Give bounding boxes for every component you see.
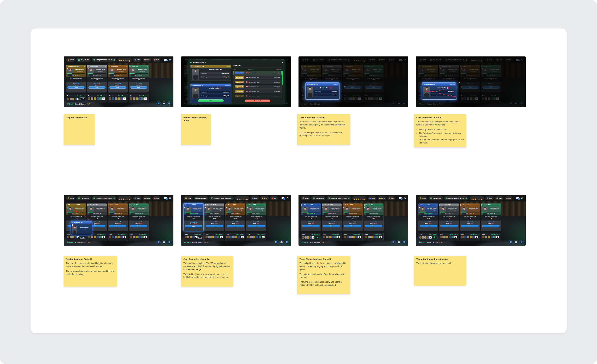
arrow-icon[interactable]: → — [104, 66, 106, 67]
tokens-pill[interactable]: 9,988 — [418, 58, 427, 62]
train-button[interactable]: Train — [227, 225, 244, 227]
check-team-link[interactable]: Check Team → — [353, 234, 361, 235]
wallet-gold-pill[interactable]: $225 — [143, 196, 151, 200]
check-team-link[interactable]: Check Team → — [332, 234, 340, 235]
team-slot-chip[interactable] — [440, 236, 443, 238]
team-slot-chip[interactable] — [185, 236, 187, 238]
team-slot-chip[interactable] — [467, 97, 469, 100]
team-slot-chip[interactable] — [365, 236, 367, 238]
team-slot-chip[interactable] — [488, 236, 490, 238]
tokens-pill[interactable]: 9,988 — [66, 196, 75, 200]
locked-slot[interactable] — [475, 97, 478, 100]
check-team-link[interactable]: Check Team → — [97, 95, 106, 96]
settings-gear-icon[interactable]: ⚙ — [404, 58, 406, 61]
locked-slot[interactable] — [496, 97, 499, 100]
wallet-gold-pill[interactable]: $225 — [495, 196, 503, 200]
locked-slot[interactable] — [144, 97, 147, 100]
wallet-blue-pill[interactable]: $500 — [251, 196, 259, 200]
locked-slot[interactable] — [241, 236, 244, 238]
selected-card-overlay[interactable]: ◇Advanced CFOSelectedJessica OstinPerson… — [422, 83, 456, 100]
sticky-note-7[interactable]: Team Slot Animation - State #5The locked… — [297, 256, 350, 294]
team-slot-chip[interactable] — [235, 236, 237, 238]
train-button[interactable]: Train — [88, 86, 105, 88]
arrow-icon[interactable]: → — [457, 204, 458, 206]
team-slot-chip[interactable] — [112, 236, 114, 238]
mail-icon[interactable]: 16 — [282, 197, 284, 199]
team-slot-chip[interactable] — [130, 97, 132, 100]
arrow-icon[interactable]: → — [243, 204, 244, 206]
train-button[interactable]: Train — [365, 86, 382, 88]
locked-slot[interactable] — [77, 236, 79, 238]
arrow-icon[interactable]: → — [84, 204, 85, 206]
check-team-link[interactable]: Check Team → — [450, 234, 458, 235]
check-team-link[interactable]: Check Team → — [236, 234, 244, 235]
journal-button[interactable] — [274, 240, 278, 244]
team-slot-chip[interactable] — [217, 236, 219, 238]
camera-button[interactable] — [514, 240, 518, 244]
check-team-link[interactable]: Check Team → — [492, 234, 500, 235]
arrow-icon[interactable]: → — [201, 204, 203, 206]
close-icon[interactable]: ✕ — [282, 62, 283, 63]
settings-gear-icon[interactable]: ⚙ — [521, 58, 523, 61]
team-slot-chip[interactable] — [488, 97, 490, 100]
team-slot-chip[interactable] — [482, 236, 485, 238]
team-slot-chip[interactable] — [467, 236, 469, 238]
mail-icon[interactable]: 16 — [164, 197, 167, 199]
journal-button[interactable] — [391, 240, 396, 244]
journal-button[interactable] — [157, 240, 161, 244]
team-slot-chip[interactable] — [109, 97, 111, 100]
camera-button[interactable] — [162, 101, 166, 106]
team-slot-chip[interactable] — [334, 236, 337, 238]
character-card-4[interactable]: ◇Iconic CTO→Mariana ChucriHardworing5500… — [481, 203, 501, 231]
check-team-link[interactable]: Check Team → — [118, 234, 127, 235]
train-button[interactable]: Train — [323, 225, 340, 227]
character-card-4[interactable]: ◇Iconic CTO→Mariana ChucriHardworing5500… — [129, 65, 149, 93]
back-button[interactable]: BACK — [419, 103, 426, 105]
candidate-row[interactable]: AdvancedVerylongname veryl...Hardworking — [234, 71, 282, 75]
sticky-note-5[interactable]: Card Animation - State #3The card decrea… — [64, 256, 117, 286]
arrow-icon[interactable]: → — [478, 66, 479, 67]
arrow-icon[interactable]: → — [319, 66, 320, 67]
team-slot-chip[interactable] — [464, 236, 466, 238]
team-slot-chip[interactable] — [94, 236, 96, 238]
team-slot-chip[interactable] — [419, 236, 422, 238]
team-slot-chip[interactable] — [133, 97, 135, 100]
company-pill[interactable]: 13Company Name$10.35 — [209, 196, 234, 200]
wallet-blue-pill[interactable]: $500 — [485, 196, 494, 200]
arrow-icon[interactable]: → — [126, 66, 127, 67]
team-slot-chip[interactable] — [427, 236, 429, 238]
team-slot-chip[interactable] — [138, 97, 141, 100]
wallet-blue-pill[interactable]: $500 — [368, 58, 376, 62]
team-slot-chip[interactable] — [75, 98, 77, 100]
team-slot-chip[interactable] — [141, 236, 144, 238]
sticky-note-8[interactable]: Team Slot Animation - State #6The lock i… — [414, 256, 466, 285]
team-slot-chip[interactable] — [72, 236, 74, 238]
company-rating[interactable]: ★★★☆☆! — [352, 196, 367, 200]
train-button[interactable]: Train — [461, 225, 479, 227]
back-button[interactable]: BACK — [301, 103, 308, 105]
team-slot-chip[interactable] — [464, 97, 466, 100]
team-slot-chip[interactable] — [470, 97, 472, 100]
character-card-2[interactable]: △Versatile CMO→Mariana ChucriHardworing5… — [204, 203, 224, 231]
cash-pill[interactable]: 243,435,490 — [429, 196, 443, 200]
team-slot-chip[interactable] — [67, 236, 69, 238]
mail-icon[interactable]: 16 — [164, 59, 167, 61]
team-slot-chip[interactable] — [115, 236, 117, 238]
camera-button[interactable] — [397, 240, 401, 244]
team-slot-chip[interactable] — [472, 236, 475, 238]
team-slot-chip[interactable] — [307, 236, 309, 238]
locked-slot[interactable] — [429, 236, 432, 238]
train-button[interactable]: Train — [440, 225, 458, 227]
wallet-blue-pill[interactable]: $500 — [133, 58, 141, 62]
back-chevrons-icon[interactable] — [190, 61, 192, 64]
globe-button[interactable] — [402, 101, 406, 106]
sticky-note-2[interactable]: Regular Modal Window State — [181, 114, 211, 145]
camera-button[interactable] — [162, 240, 166, 244]
arrow-icon[interactable]: → — [381, 204, 383, 206]
team-slot-chip[interactable] — [229, 236, 232, 238]
team-slot-chip[interactable] — [70, 236, 72, 238]
team-slot-chip[interactable] — [88, 236, 90, 238]
arrow-icon[interactable]: → — [222, 204, 223, 206]
team-slot-chip[interactable] — [347, 97, 349, 100]
tokens-pill[interactable]: 9,988 — [184, 196, 193, 200]
